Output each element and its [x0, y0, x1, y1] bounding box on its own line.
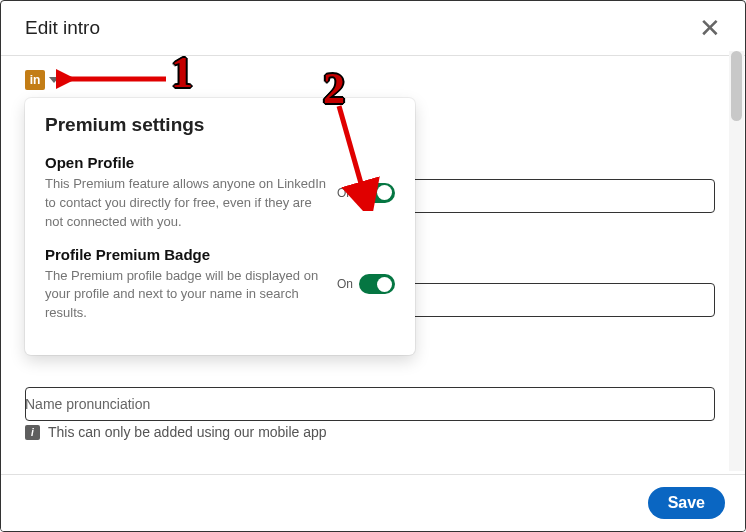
- name-pronunciation-section: Name pronunciation i This can only be ad…: [25, 396, 721, 440]
- linkedin-premium-icon: in: [25, 70, 45, 90]
- setting-title: Open Profile: [45, 154, 327, 171]
- setting-desc: The Premium profile badge will be displa…: [45, 267, 327, 324]
- modal-footer: Save: [1, 474, 745, 531]
- premium-badge-toggle[interactable]: [359, 274, 395, 294]
- setting-open-profile: Open Profile This Premium feature allows…: [45, 154, 395, 232]
- name-pronunciation-label: Name pronunciation: [25, 396, 721, 412]
- toggle-knob: [377, 277, 392, 292]
- caret-down-icon: [49, 77, 59, 83]
- premium-badge-dropdown[interactable]: in: [25, 70, 59, 90]
- setting-title: Profile Premium Badge: [45, 246, 327, 263]
- premium-settings-panel: Premium settings Open Profile This Premi…: [25, 98, 415, 355]
- close-button[interactable]: ✕: [695, 11, 725, 45]
- info-icon: i: [25, 425, 40, 440]
- mobile-note-text: This can only be added using our mobile …: [48, 424, 327, 440]
- setting-premium-badge: Profile Premium Badge The Premium profil…: [45, 246, 395, 324]
- scrollbar-thumb[interactable]: [731, 51, 742, 121]
- panel-title: Premium settings: [45, 114, 395, 136]
- toggle-state-label: On: [337, 277, 353, 291]
- mobile-only-note: i This can only be added using our mobil…: [25, 424, 721, 440]
- modal-header: Edit intro ✕: [1, 1, 745, 56]
- toggle-knob: [377, 185, 392, 200]
- modal-content: in Premium settings Open Profile This Pr…: [1, 56, 745, 476]
- modal-title: Edit intro: [25, 17, 100, 39]
- save-button[interactable]: Save: [648, 487, 725, 519]
- open-profile-toggle[interactable]: [359, 183, 395, 203]
- scrollbar-track[interactable]: [729, 51, 744, 471]
- setting-desc: This Premium feature allows anyone on Li…: [45, 175, 327, 232]
- toggle-state-label: On: [337, 186, 353, 200]
- close-icon: ✕: [699, 13, 721, 43]
